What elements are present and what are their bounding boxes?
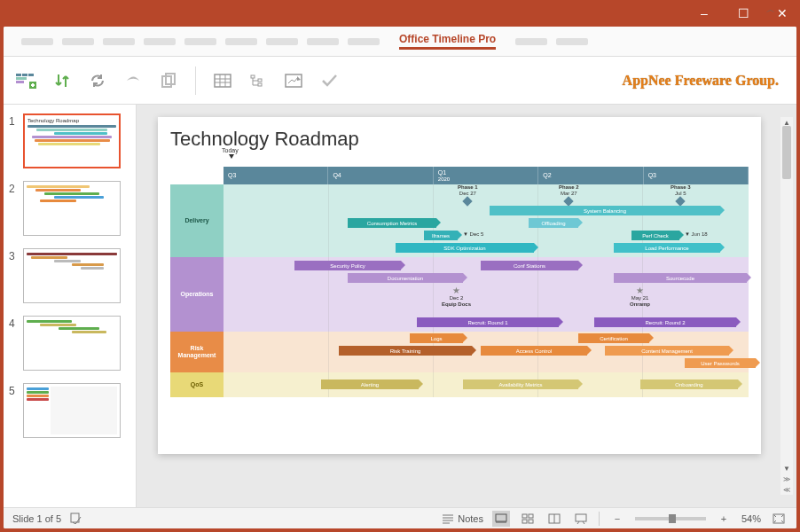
slide-thumbnail-panel: 1 Technology Roadmap 2 bbox=[4, 105, 137, 507]
svg-rect-26 bbox=[522, 514, 527, 518]
slide-thumbnail-1[interactable]: Technology Roadmap bbox=[23, 113, 121, 168]
ribbon-tab-placeholder[interactable] bbox=[266, 38, 298, 45]
milestone: ★Dec 2Equip Docs bbox=[442, 286, 471, 307]
ribbon-tab-placeholder[interactable] bbox=[225, 38, 257, 45]
today-marker-icon bbox=[229, 154, 234, 159]
ribbon-tab-placeholder[interactable] bbox=[144, 38, 176, 45]
milestone: Phase 1Dec 27 bbox=[458, 184, 478, 207]
sync-button[interactable] bbox=[85, 68, 110, 93]
task-bar: Onboarding bbox=[640, 379, 738, 389]
ribbon-tabs: Office Timeline Pro bbox=[4, 27, 796, 57]
zoom-out-button[interactable]: − bbox=[608, 511, 626, 527]
ribbon-tab-placeholder[interactable] bbox=[21, 38, 53, 45]
window-maximize-button[interactable]: ☐ bbox=[733, 3, 754, 24]
status-bar: Slide 1 of 5 Notes − + 54% bbox=[4, 507, 796, 528]
swimlane-label: Operations bbox=[170, 257, 224, 332]
svg-rect-0 bbox=[16, 74, 21, 76]
task-bar: System Balancing bbox=[490, 206, 720, 215]
thumb-number: 5 bbox=[9, 383, 18, 397]
ribbon-tab-placeholder[interactable] bbox=[103, 38, 135, 45]
ribbon-toolbar: AppNee Freeware Group. ︿ bbox=[4, 57, 796, 105]
task-bar: Perf Check bbox=[631, 231, 679, 240]
zoom-slider-handle[interactable] bbox=[669, 514, 676, 523]
task-bar: Documentation bbox=[348, 273, 463, 283]
svg-rect-27 bbox=[529, 514, 533, 518]
ribbon-tab-placeholder[interactable] bbox=[348, 38, 380, 45]
brand-watermark: AppNee Freeware Group. bbox=[623, 73, 786, 89]
svg-rect-4 bbox=[16, 81, 24, 83]
slide-canvas-area[interactable]: Technology Roadmap Today Q3 Q4 Q12020 Q2… bbox=[137, 105, 796, 507]
swimlane-body: Phase 1Dec 27 Phase 2Mar 27 Phase 3Jul 5… bbox=[224, 184, 749, 257]
table-view-button[interactable] bbox=[210, 68, 235, 93]
next-slide-icon[interactable]: ≪ bbox=[780, 484, 793, 495]
task-bar: Sourcecode bbox=[614, 273, 747, 283]
slide-thumbnail-2[interactable] bbox=[23, 181, 121, 236]
zoom-slider[interactable] bbox=[635, 517, 706, 520]
ribbon-tab-placeholder[interactable] bbox=[62, 38, 94, 45]
prev-slide-icon[interactable]: ≫ bbox=[780, 473, 793, 484]
window-minimize-button[interactable]: – bbox=[694, 3, 715, 24]
spellcheck-icon[interactable] bbox=[70, 512, 82, 526]
task-bar: Availability Metrics bbox=[463, 379, 578, 389]
swimlane-label: Delivery bbox=[170, 184, 224, 257]
edit-chart-button[interactable] bbox=[281, 68, 306, 93]
thumb-number: 1 bbox=[9, 113, 18, 128]
hierarchy-view-button[interactable] bbox=[246, 68, 271, 93]
share-button[interactable] bbox=[121, 68, 145, 93]
thumb-number: 2 bbox=[9, 181, 18, 195]
task-bar: Risk Training bbox=[339, 346, 472, 356]
scrollbar-thumb[interactable] bbox=[782, 126, 791, 179]
svg-rect-15 bbox=[251, 75, 255, 78]
slide-thumbnail-3[interactable] bbox=[23, 248, 121, 303]
task-bar: Alerting bbox=[321, 379, 419, 389]
swimlane-qos: QoS Alerting Availability Metrics Onboar… bbox=[170, 372, 749, 397]
swimlane-label: Risk Management bbox=[170, 332, 224, 372]
task-bar: User Passwords bbox=[685, 358, 756, 368]
thumb-number: 4 bbox=[9, 316, 18, 330]
task-bar: Logs bbox=[410, 333, 463, 343]
vertical-scrollbar[interactable]: ▲ ▼ ≫ ≪ bbox=[780, 117, 793, 495]
slide-thumbnail-5[interactable] bbox=[23, 383, 121, 438]
thumb-number: 3 bbox=[9, 248, 18, 262]
swimlane-risk: Risk Management Logs Certification Risk … bbox=[170, 332, 749, 372]
svg-rect-24 bbox=[496, 514, 506, 521]
zoom-level[interactable]: 54% bbox=[741, 513, 761, 524]
ribbon-tab-placeholder[interactable] bbox=[556, 38, 588, 45]
swimlane-label: QoS bbox=[170, 372, 224, 397]
normal-view-button[interactable] bbox=[492, 511, 510, 527]
ribbon-tab-placeholder[interactable] bbox=[515, 38, 547, 45]
task-bar: Conf Stations bbox=[481, 261, 578, 270]
slide[interactable]: Technology Roadmap Today Q3 Q4 Q12020 Q2… bbox=[158, 117, 761, 454]
notes-icon bbox=[442, 513, 454, 524]
fit-window-button[interactable] bbox=[770, 511, 788, 527]
slide-thumbnail-4[interactable] bbox=[23, 316, 121, 371]
timeline-header: Q3 Q4 Q12020 Q2 Q3 bbox=[224, 167, 749, 184]
accept-button[interactable] bbox=[317, 68, 341, 93]
sorter-view-button[interactable] bbox=[519, 511, 537, 527]
slideshow-view-button[interactable] bbox=[572, 511, 590, 527]
task-bar: Offloading bbox=[529, 218, 578, 228]
task-bar: Iframes bbox=[424, 231, 458, 240]
swimlane-body: Alerting Availability Metrics Onboarding bbox=[224, 372, 749, 397]
ribbon-tab-office-timeline[interactable]: Office Timeline Pro bbox=[399, 33, 496, 50]
ribbon-tab-placeholder[interactable] bbox=[307, 38, 339, 45]
svg-rect-17 bbox=[258, 83, 262, 86]
svg-rect-1 bbox=[22, 74, 27, 76]
svg-rect-28 bbox=[522, 520, 527, 523]
copy-button[interactable] bbox=[156, 68, 181, 93]
svg-rect-10 bbox=[215, 74, 231, 87]
today-label: Today bbox=[222, 147, 239, 153]
task-bar: Access Control bbox=[481, 346, 587, 356]
ribbon-tab-placeholder[interactable] bbox=[184, 38, 216, 45]
notes-button[interactable]: Notes bbox=[442, 513, 483, 524]
scroll-down-icon[interactable]: ▼ bbox=[780, 463, 793, 473]
task-bar: Content Management bbox=[605, 346, 729, 356]
swimlane-delivery: Delivery Phase 1Dec 27 Phase 2Mar 27 Pha… bbox=[170, 184, 749, 257]
task-bar: Security Policy bbox=[294, 261, 401, 270]
sort-button[interactable] bbox=[50, 68, 75, 93]
titlebar: – ☐ ✕ bbox=[0, 0, 800, 27]
new-timeline-button[interactable] bbox=[14, 68, 39, 93]
reading-view-button[interactable] bbox=[545, 511, 563, 527]
svg-rect-3 bbox=[16, 77, 27, 80]
zoom-in-button[interactable]: + bbox=[715, 511, 733, 527]
